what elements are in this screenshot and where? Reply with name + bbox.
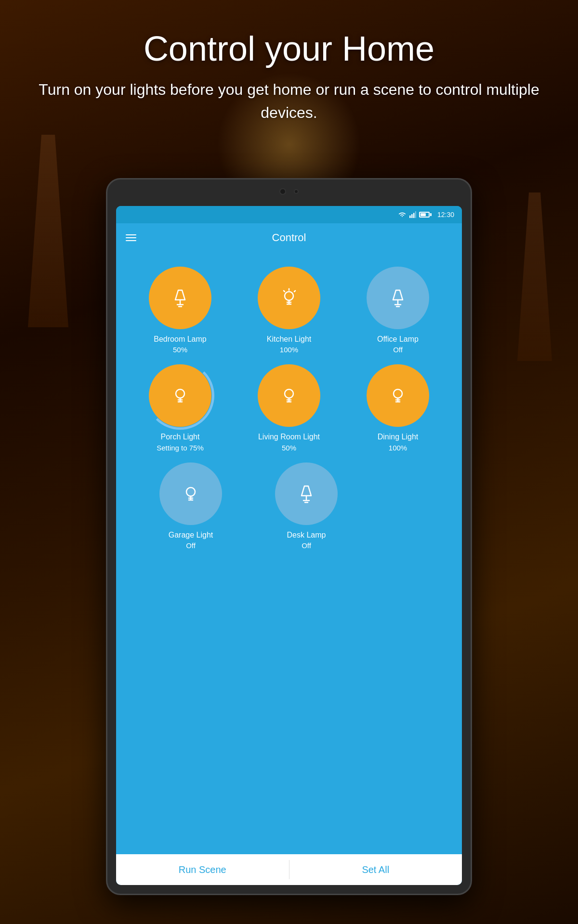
svg-rect-0 — [409, 216, 411, 218]
svg-rect-1 — [411, 214, 413, 218]
device-living-room-light[interactable]: Living Room Light 50% — [243, 364, 335, 452]
desk-lamp-circle — [275, 462, 338, 525]
living-room-light-circle — [258, 364, 320, 427]
device-dining-light[interactable]: Dining Light 100% — [352, 364, 444, 452]
svg-marker-35 — [302, 486, 311, 496]
signal-icon — [409, 211, 416, 218]
svg-point-31 — [186, 488, 195, 496]
device-bedroom-lamp[interactable]: Bedroom Lamp 50% — [134, 267, 226, 355]
main-subtitle: Turn on your lights before you get home … — [39, 78, 539, 124]
device-row-3: Garage Light Off — [126, 462, 452, 551]
garage-light-label: Garage Light Off — [169, 530, 213, 551]
porch-light-ring — [146, 361, 214, 430]
kitchen-light-name: Kitchen Light — [267, 334, 312, 345]
hamburger-line-3 — [126, 240, 136, 241]
dining-light-name: Dining Light — [378, 432, 419, 442]
garage-light-icon — [176, 479, 205, 508]
garage-light-status: Off — [169, 540, 213, 551]
office-lamp-status: Off — [377, 345, 419, 355]
desk-lamp-status: Off — [287, 540, 326, 551]
porch-light-name: Porch Light — [157, 432, 204, 442]
bedroom-lamp-name: Bedroom Lamp — [154, 334, 206, 345]
dining-light-icon — [383, 381, 412, 410]
bedroom-lamp-status: 50% — [154, 345, 206, 355]
dining-light-label: Dining Light 100% — [378, 432, 419, 452]
desk-lamp-name: Desk Lamp — [287, 530, 326, 540]
dining-light-status: 100% — [378, 443, 419, 453]
desk-lamp-icon — [292, 479, 321, 508]
garage-light-circle — [159, 462, 222, 525]
kitchen-light-circle — [258, 267, 320, 329]
svg-point-27 — [394, 389, 402, 398]
porch-light-label: Porch Light Setting to 75% — [157, 432, 204, 452]
living-room-light-status: 50% — [258, 443, 320, 453]
living-room-light-name: Living Room Light — [258, 432, 320, 442]
run-scene-button[interactable]: Run Scene — [116, 854, 289, 885]
living-room-light-icon — [275, 381, 303, 410]
kitchen-light-label: Kitchen Light 100% — [267, 334, 312, 355]
device-kitchen-light[interactable]: Kitchen Light 100% — [243, 267, 335, 355]
porch-light-circle — [149, 364, 211, 427]
content-area: Bedroom Lamp 50% — [116, 252, 462, 854]
device-garage-light[interactable]: Garage Light Off — [145, 462, 236, 551]
living-room-light-label: Living Room Light 50% — [258, 432, 320, 452]
svg-rect-2 — [413, 213, 415, 218]
office-lamp-label: Office Lamp Off — [377, 334, 419, 355]
status-bar: 12:30 — [116, 206, 462, 223]
device-desk-lamp[interactable]: Desk Lamp Off — [261, 462, 352, 551]
device-porch-light[interactable]: Porch Light Setting to 75% — [134, 364, 226, 452]
header-section: Control your Home Turn on your lights be… — [0, 29, 578, 124]
battery-fill — [420, 213, 426, 216]
dining-light-circle — [367, 364, 429, 427]
office-lamp-circle — [367, 267, 429, 329]
hamburger-line-2 — [126, 237, 136, 238]
app-title: Control — [136, 231, 442, 244]
camera-lens-main — [279, 188, 286, 195]
device-row-1: Bedroom Lamp 50% — [126, 267, 452, 355]
porch-light-status: Setting to 75% — [157, 443, 204, 453]
tablet-camera — [279, 188, 299, 195]
status-time: 12:30 — [437, 211, 454, 218]
office-lamp-name: Office Lamp — [377, 334, 419, 345]
svg-point-23 — [285, 389, 293, 398]
svg-marker-4 — [175, 290, 185, 300]
wifi-icon — [398, 211, 407, 218]
bedroom-lamp-label: Bedroom Lamp 50% — [154, 334, 206, 355]
device-row-2: Porch Light Setting to 75% — [126, 364, 452, 452]
office-lamp-icon — [383, 283, 412, 312]
battery-tip — [430, 213, 432, 216]
svg-point-8 — [285, 292, 293, 300]
bedroom-lamp-icon — [166, 283, 195, 312]
garage-light-name: Garage Light — [169, 530, 213, 540]
hamburger-line-1 — [126, 234, 136, 235]
menu-button[interactable] — [126, 234, 136, 241]
tablet-frame: 12:30 Control — [106, 178, 472, 895]
bedroom-lamp-circle — [149, 267, 211, 329]
status-icons: 12:30 — [398, 211, 454, 218]
battery-icon — [419, 212, 430, 218]
tablet-screen: 12:30 Control — [116, 206, 462, 885]
svg-marker-15 — [393, 290, 403, 300]
device-grid: Bedroom Lamp 50% — [126, 267, 452, 551]
set-all-button[interactable]: Set All — [289, 854, 462, 885]
battery-container — [419, 212, 432, 218]
svg-line-13 — [284, 291, 285, 292]
kitchen-light-status: 100% — [267, 345, 312, 355]
device-office-lamp[interactable]: Office Lamp Off — [352, 267, 444, 355]
main-title: Control your Home — [39, 29, 539, 68]
svg-line-14 — [294, 291, 295, 292]
desk-lamp-label: Desk Lamp Off — [287, 530, 326, 551]
app-bar: Control — [116, 223, 462, 252]
svg-rect-3 — [415, 211, 416, 218]
bottom-bar: Run Scene Set All — [116, 854, 462, 885]
camera-lens-secondary — [294, 189, 299, 194]
kitchen-light-icon — [275, 283, 303, 312]
